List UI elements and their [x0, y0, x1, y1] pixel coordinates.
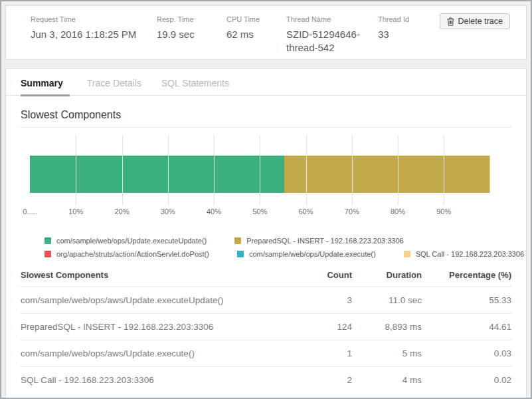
gridline [260, 136, 260, 205]
gridline [122, 136, 123, 205]
x-axis-tick-label: 70% [345, 207, 359, 215]
tab-trace-details[interactable]: Trace Details [87, 78, 144, 95]
legend-item[interactable]: SQL Call - 192.168.223.203:3306 [404, 250, 525, 258]
duration-cell: 5 ms [352, 348, 422, 358]
chart-legend: com/sample/web/ops/Update.executeUpdate(… [44, 237, 511, 258]
legend-swatch [44, 237, 51, 244]
x-axis-tick-label: 40% [207, 207, 221, 215]
legend-item[interactable]: com/sample/web/ops/Update.executeUpdate(… [44, 237, 207, 245]
duration-cell: 4 ms [352, 375, 422, 385]
field-request-time: Request Time Jun 3, 2016 1:18:25 PM [31, 15, 157, 49]
legend-swatch [237, 251, 244, 257]
legend-row: org/apache/struts/action/ActionServlet.d… [44, 250, 511, 258]
gridline [398, 136, 399, 205]
legend-label: com/sample/web/ops/Update.executeUpdate(… [56, 237, 207, 245]
legend-swatch [44, 251, 51, 257]
cpu-time-value: 62 ms [226, 28, 286, 41]
table-header-cell: Count [292, 270, 352, 280]
plot-area [30, 136, 522, 205]
gridline [168, 136, 169, 205]
delete-trace-label: Delete trace [458, 17, 503, 26]
thread-id-label: Thread Id [378, 15, 431, 23]
x-axis-tick-label: 90% [436, 207, 451, 215]
table-header-cell: Percentage (%) [422, 270, 511, 280]
thread-name-label: Thread Name [286, 15, 378, 23]
trash-icon [447, 17, 454, 26]
table-body: com/sample/web/ops/aws/Update.executeUpd… [21, 287, 511, 393]
field-thread-id: Thread Id 33 [378, 15, 431, 49]
trace-header-card: Request Time Jun 3, 2016 1:18:25 PM Resp… [5, 5, 527, 60]
gridline [352, 136, 353, 205]
x-axis: 0.....10%20%30%40%50%60%70%80%90% [30, 206, 522, 217]
component-cell: com/sample/web/ops/aws/Update.executeUpd… [21, 295, 292, 305]
percentage-cell: 0.03 [422, 348, 511, 358]
thread-id-value: 33 [378, 28, 431, 41]
field-resp-time: Resp. Time 19.9 sec [157, 15, 226, 49]
tab-bar: Summary Trace Details SQL Statements [6, 69, 526, 96]
thread-name-value: SZID-51294646-thread-542 [286, 28, 371, 55]
component-cell: SQL Call - 192.168.223.203:3306 [21, 375, 292, 385]
percentage-cell: 44.61 [422, 322, 511, 332]
tab-sql-statements[interactable]: SQL Statements [161, 78, 232, 95]
table-header-cell: Slowest Components [21, 270, 292, 280]
table-header-cell: Duration [352, 270, 422, 280]
legend-item[interactable]: com/sample/web/ops/Update.execute() [237, 250, 376, 258]
x-axis-tick-label: 10% [68, 207, 83, 215]
legend-label: com/sample/web/ops/Update.execute() [249, 250, 376, 258]
request-time-value: Jun 3, 2016 1:18:25 PM [31, 28, 157, 41]
table-row: com/sample/web/ops/aws/Update.execute()1… [21, 340, 511, 367]
table-row: SQL Call - 192.168.223.203:330624 ms0.02 [21, 367, 511, 393]
cpu-time-label: CPU Time [226, 15, 286, 23]
trace-detail-card: Summary Trace Details SQL Statements Slo… [5, 68, 527, 399]
duration-cell: 11.0 sec [352, 295, 422, 305]
legend-swatch [404, 251, 410, 257]
bar-segment [30, 156, 284, 193]
legend-swatch [234, 237, 241, 244]
field-thread-name: Thread Name SZID-51294646-thread-542 [286, 15, 378, 49]
count-cell: 3 [292, 295, 352, 305]
section-divider [21, 127, 511, 128]
component-cell: PreparedSQL - INSERT - 192.168.223.203:3… [21, 322, 292, 332]
x-axis-tick-label: 80% [391, 207, 405, 215]
legend-label: org/apache/struts/action/ActionServlet.d… [56, 250, 209, 258]
x-axis-tick-label: 30% [161, 207, 175, 215]
table-header-row: Slowest ComponentsCountDurationPercentag… [21, 263, 511, 287]
duration-cell: 8,893 ms [352, 322, 422, 332]
stacked-bar [30, 156, 522, 193]
table-row: PreparedSQL - INSERT - 192.168.223.203:3… [21, 314, 511, 340]
legend-row: com/sample/web/ops/Update.executeUpdate(… [44, 237, 511, 245]
delete-trace-button[interactable]: Delete trace [440, 13, 510, 29]
count-cell: 1 [292, 348, 352, 358]
x-axis-tick-label: 0..... [23, 207, 37, 215]
slowest-components-table: Slowest ComponentsCountDurationPercentag… [21, 263, 511, 393]
count-cell: 2 [292, 375, 352, 385]
legend-item[interactable]: org/apache/struts/action/ActionServlet.d… [44, 250, 209, 258]
percentage-cell: 0.02 [422, 375, 511, 385]
gridline [306, 136, 307, 205]
component-cell: com/sample/web/ops/aws/Update.execute() [21, 348, 292, 358]
x-axis-tick-label: 50% [252, 207, 267, 215]
legend-label: PreparedSQL - INSERT - 192.168.223.203:3… [246, 237, 403, 245]
bar-segment [284, 156, 489, 193]
percentage-cell: 55.33 [422, 295, 511, 305]
gridline [214, 136, 215, 205]
legend-label: SQL Call - 192.168.223.203:3306 [416, 250, 525, 258]
section-title-slowest-components: Slowest Components [21, 109, 511, 121]
table-row: com/sample/web/ops/aws/Update.executeUpd… [21, 287, 511, 314]
tab-summary[interactable]: Summary [21, 78, 70, 96]
gridline [76, 136, 76, 205]
x-axis-tick-label: 60% [298, 207, 313, 215]
resp-time-value: 19.9 sec [157, 28, 226, 41]
legend-item[interactable]: PreparedSQL - INSERT - 192.168.223.203:3… [234, 237, 403, 245]
resp-time-label: Resp. Time [157, 15, 226, 23]
request-time-label: Request Time [31, 15, 157, 23]
field-cpu-time: CPU Time 62 ms [226, 15, 286, 49]
count-cell: 124 [292, 322, 352, 332]
x-axis-tick-label: 20% [114, 207, 129, 215]
gridline [444, 136, 444, 205]
